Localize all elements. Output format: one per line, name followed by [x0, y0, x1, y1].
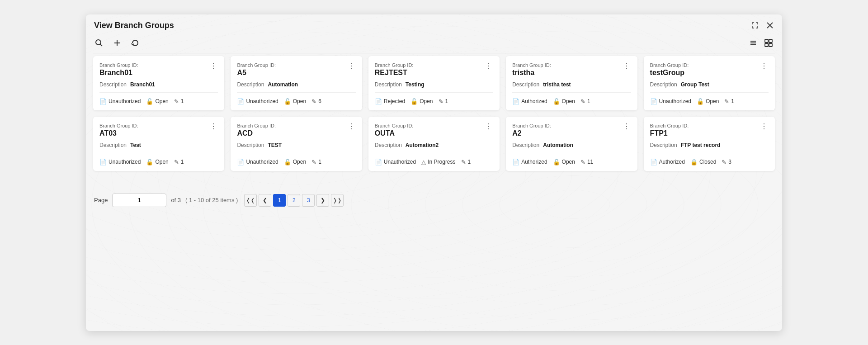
card-menu-button[interactable]: ⋮: [760, 123, 769, 130]
toolbar: [86, 35, 782, 53]
lock-status: 🔓 Open: [697, 98, 719, 105]
card-id-label: Branch Group ID:: [99, 123, 138, 128]
auth-status: 📄 Unauthorized: [650, 98, 691, 105]
card-desc-value: Automation2: [406, 142, 439, 148]
card-branch01: Branch Group ID: Branch01 ⋮ Description …: [93, 56, 224, 110]
card-menu-button[interactable]: ⋮: [760, 62, 769, 70]
doc-icon: 📄: [237, 98, 244, 105]
card-id-section: Branch Group ID: ACD: [237, 123, 276, 137]
prev-page-button[interactable]: ❮: [259, 194, 271, 207]
card-menu-button[interactable]: ⋮: [484, 123, 493, 130]
page-range-info: ( 1 - 10 of 25 items ): [185, 197, 238, 203]
lock-icon: 🔓: [146, 159, 153, 165]
card-menu-button[interactable]: ⋮: [622, 62, 631, 70]
toolbar-right: [748, 38, 774, 48]
add-button[interactable]: [112, 38, 122, 48]
first-page-button[interactable]: ❬❬: [244, 194, 257, 207]
grid-view-button[interactable]: [763, 38, 774, 48]
edit-count: ✎ 11: [580, 159, 593, 165]
card-header: Branch Group ID: OUTA ⋮: [375, 123, 493, 137]
auth-status: 📄 Authorized: [512, 159, 547, 165]
card-id-label: Branch Group ID:: [237, 123, 276, 128]
page-input[interactable]: [112, 194, 166, 207]
card-id-value: REJTEST: [375, 69, 414, 77]
auth-status: 📄 Unauthorized: [375, 159, 416, 165]
card-desc-value: Group Test: [681, 81, 709, 88]
card-desc-label: Description: [99, 142, 127, 148]
card-desc-value: Test: [130, 142, 141, 148]
card-desc-label: Description: [375, 81, 402, 88]
card-desc-row: Description FTP test record: [650, 142, 769, 153]
card-menu-button[interactable]: ⋮: [209, 123, 218, 130]
card-id-section: Branch Group ID: FTP1: [650, 123, 689, 137]
card-menu-button[interactable]: ⋮: [209, 62, 218, 70]
card-header: Branch Group ID: A2 ⋮: [512, 123, 631, 137]
resize-button[interactable]: [750, 21, 760, 30]
card-a5: Branch Group ID: A5 ⋮ Description Automa…: [231, 56, 362, 110]
card-header: Branch Group ID: AT03 ⋮: [99, 123, 218, 137]
page-2-button[interactable]: 2: [288, 194, 300, 207]
auth-status-text: Unauthorized: [108, 98, 141, 104]
search-button[interactable]: [94, 38, 104, 48]
card-menu-button[interactable]: ⋮: [347, 123, 356, 130]
card-acd: Branch Group ID: ACD ⋮ Description TEST …: [231, 117, 362, 171]
card-menu-button[interactable]: ⋮: [622, 123, 631, 130]
page-of-label: of 3: [171, 197, 181, 203]
card-menu-button[interactable]: ⋮: [484, 62, 493, 70]
window-header: View Branch Groups: [86, 14, 782, 35]
next-page-button[interactable]: ❯: [316, 194, 329, 207]
card-id-section: Branch Group ID: Branch01: [99, 62, 138, 77]
card-desc-value: Testing: [406, 81, 425, 88]
close-button[interactable]: [766, 21, 774, 29]
edit-icon: ✎: [439, 98, 443, 105]
list-view-button[interactable]: [748, 38, 759, 48]
card-desc-row: Description tristha test: [512, 81, 631, 93]
lock-status: 🔓 Open: [284, 98, 306, 105]
lock-status: 🔓 Open: [410, 98, 433, 105]
card-id-label: Branch Group ID:: [99, 62, 138, 68]
edit-count: ✎ 1: [174, 98, 184, 105]
card-rejtest: Branch Group ID: REJTEST ⋮ Description T…: [368, 56, 500, 110]
card-desc-label: Description: [375, 142, 402, 148]
card-menu-button[interactable]: ⋮: [347, 62, 356, 70]
card-header: Branch Group ID: Branch01 ⋮: [99, 62, 218, 77]
card-id-section: Branch Group ID: A5: [237, 62, 276, 77]
auth-status-text: Unauthorized: [246, 159, 278, 165]
cards-row-1: Branch Group ID: Branch01 ⋮ Description …: [93, 56, 775, 110]
lock-status: 🔓 Open: [284, 159, 306, 165]
doc-icon: 📄: [99, 159, 107, 165]
edit-count: ✎ 1: [580, 98, 590, 105]
lock-status-text: Open: [155, 98, 168, 104]
lock-status-text: Open: [293, 159, 306, 165]
card-desc-value: TEST: [268, 142, 282, 148]
page-label: Page: [94, 197, 108, 203]
card-id-label: Branch Group ID:: [375, 62, 414, 68]
auth-status: 📄 Unauthorized: [99, 98, 141, 105]
edit-count-text: 3: [728, 159, 731, 165]
auth-status-text: Authorized: [659, 159, 685, 165]
edit-icon: ✎: [174, 159, 179, 165]
cards-row-2: Branch Group ID: AT03 ⋮ Description Test…: [93, 117, 775, 171]
card-desc-row: Description Group Test: [650, 81, 769, 93]
card-id-label: Branch Group ID:: [375, 123, 414, 128]
auth-status-text: Unauthorized: [246, 98, 278, 104]
card-desc-row: Description Automation2: [375, 142, 493, 153]
edit-count: ✎ 1: [311, 159, 321, 165]
edit-icon: ✎: [174, 98, 179, 105]
svg-point-2: [96, 40, 101, 45]
edit-count-text: 1: [318, 159, 321, 165]
page-1-button[interactable]: 1: [273, 194, 286, 207]
edit-count-text: 1: [587, 98, 590, 104]
card-id-section: Branch Group ID: OUTA: [375, 123, 414, 137]
edit-count: ✎ 6: [311, 98, 321, 105]
doc-icon: 📄: [99, 98, 107, 105]
last-page-button[interactable]: ❭❭: [331, 194, 344, 207]
refresh-button[interactable]: [130, 38, 140, 48]
doc-icon: 📄: [375, 159, 382, 165]
lock-icon: 🔓: [284, 159, 291, 165]
page-3-button[interactable]: 3: [302, 194, 315, 207]
card-desc-value: Branch01: [130, 81, 155, 88]
card-id-section: Branch Group ID: AT03: [99, 123, 138, 137]
lock-icon: 🔓: [553, 98, 560, 105]
auth-status-text: Authorized: [521, 98, 547, 104]
